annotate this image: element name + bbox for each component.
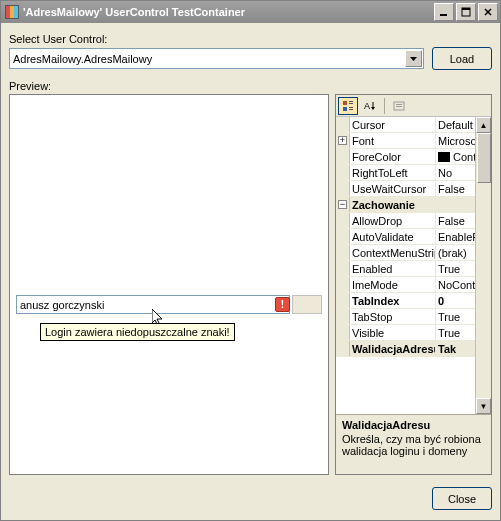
property-name: ContextMenuStrip — [350, 245, 436, 260]
expand-gutter — [336, 309, 350, 324]
expand-gutter — [336, 213, 350, 228]
property-row[interactable]: TabIndex0 — [336, 293, 491, 309]
svg-rect-17 — [396, 106, 402, 107]
property-row[interactable]: WalidacjaAdresuTak — [336, 341, 491, 357]
expand-gutter — [336, 229, 350, 244]
expand-gutter — [336, 245, 350, 260]
scroll-thumb[interactable] — [477, 133, 491, 183]
svg-marker-14 — [371, 107, 375, 110]
svg-rect-10 — [343, 107, 347, 111]
property-category[interactable]: −Zachowanie — [336, 197, 491, 213]
expand-gutter — [336, 181, 350, 196]
property-row[interactable]: TabStopTrue — [336, 309, 491, 325]
property-row[interactable]: AutoValidateEnablePre — [336, 229, 491, 245]
expand-gutter[interactable]: − — [336, 197, 350, 212]
property-name: Font — [350, 133, 436, 148]
categorized-button[interactable] — [338, 97, 358, 115]
alphabetical-button[interactable]: A — [360, 97, 380, 115]
scrollbar[interactable]: ▲ ▼ — [475, 117, 491, 414]
usercontrol-combo[interactable]: AdresMailowy.AdresMailowy — [9, 48, 424, 69]
property-row[interactable]: +FontMicrosoft — [336, 133, 491, 149]
svg-rect-0 — [440, 14, 447, 16]
property-row[interactable]: AllowDropFalse — [336, 213, 491, 229]
property-name: TabIndex — [350, 293, 436, 308]
property-pages-button[interactable] — [389, 97, 409, 115]
combo-dropdown-button[interactable] — [405, 50, 422, 67]
propgrid-body[interactable]: CursorDefault+FontMicrosoftForeColorCont… — [336, 117, 491, 414]
expand-gutter — [336, 261, 350, 276]
scroll-up-button[interactable]: ▲ — [476, 117, 491, 133]
property-name: ForeColor — [350, 149, 436, 164]
error-tooltip: Login zawiera niedopuszczalne znaki! — [40, 323, 235, 341]
property-name: RightToLeft — [350, 165, 436, 180]
minimize-button[interactable] — [434, 3, 454, 21]
property-row[interactable]: EnabledTrue — [336, 261, 491, 277]
load-button[interactable]: Load — [432, 47, 492, 70]
property-name: TabStop — [350, 309, 436, 324]
svg-rect-11 — [349, 107, 353, 108]
close-dialog-button[interactable]: Close — [432, 487, 492, 510]
property-row[interactable]: ContextMenuStrip(brak) — [336, 245, 491, 261]
login-input[interactable]: anusz gorczynski ! — [16, 295, 290, 314]
error-icon[interactable]: ! — [275, 297, 290, 312]
property-name: UseWaitCursor — [350, 181, 436, 196]
property-name: AutoValidate — [350, 229, 436, 244]
expand-gutter — [336, 341, 350, 356]
svg-rect-8 — [349, 101, 353, 102]
desc-text: Określa, czy ma być robiona walidacja lo… — [342, 433, 485, 457]
expand-gutter[interactable]: + — [336, 133, 350, 148]
property-row[interactable]: ForeColorCont — [336, 149, 491, 165]
expand-gutter — [336, 149, 350, 164]
select-label: Select User Control: — [9, 33, 492, 45]
property-name: Visible — [350, 325, 436, 340]
expand-gutter — [336, 277, 350, 292]
app-icon — [5, 5, 19, 19]
combo-value: AdresMailowy.AdresMailowy — [13, 53, 152, 65]
main-window: 'AdresMailowy' UserControl TestContainer… — [0, 0, 501, 521]
property-row[interactable]: VisibleTrue — [336, 325, 491, 341]
expand-gutter — [336, 117, 350, 132]
desc-name: WalidacjaAdresu — [342, 419, 485, 431]
property-row[interactable]: UseWaitCursorFalse — [336, 181, 491, 197]
svg-rect-9 — [349, 103, 353, 104]
preview-label: Preview: — [9, 80, 492, 92]
svg-marker-5 — [410, 57, 417, 61]
content-area: Select User Control: AdresMailowy.AdresM… — [1, 23, 500, 520]
svg-rect-2 — [462, 8, 470, 10]
property-row[interactable]: CursorDefault — [336, 117, 491, 133]
expand-gutter — [336, 293, 350, 308]
expand-gutter — [336, 165, 350, 180]
property-grid: A CursorDefault+FontMicrosoftForeColorCo… — [335, 94, 492, 475]
svg-rect-16 — [396, 104, 402, 105]
window-title: 'AdresMailowy' UserControl TestContainer — [23, 6, 434, 18]
scroll-down-button[interactable]: ▼ — [476, 398, 491, 414]
propgrid-description: WalidacjaAdresu Określa, czy ma być robi… — [336, 414, 491, 474]
property-name: Zachowanie — [350, 197, 491, 212]
close-button[interactable] — [478, 3, 498, 21]
property-name: WalidacjaAdresu — [350, 341, 436, 356]
property-name: ImeMode — [350, 277, 436, 292]
svg-rect-12 — [349, 109, 353, 110]
expand-gutter — [336, 325, 350, 340]
titlebar[interactable]: 'AdresMailowy' UserControl TestContainer — [1, 1, 500, 23]
propgrid-toolbar: A — [336, 95, 491, 117]
property-name: Cursor — [350, 117, 436, 132]
property-row[interactable]: RightToLeftNo — [336, 165, 491, 181]
property-row[interactable]: ImeModeNoControl — [336, 277, 491, 293]
maximize-button[interactable] — [456, 3, 476, 21]
domain-input[interactable] — [292, 295, 322, 314]
property-name: AllowDrop — [350, 213, 436, 228]
color-swatch-icon — [438, 152, 450, 162]
svg-rect-7 — [343, 101, 347, 105]
property-name: Enabled — [350, 261, 436, 276]
preview-pane: anusz gorczynski ! Login zawiera niedopu… — [9, 94, 329, 475]
